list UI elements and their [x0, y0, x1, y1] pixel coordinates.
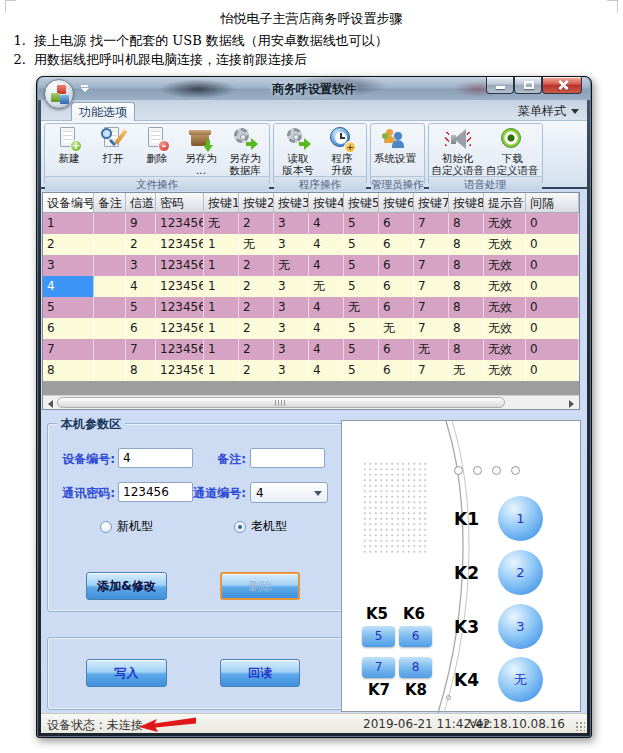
ribbon-button[interactable]: 程序升级 — [320, 125, 364, 176]
ribbon-button[interactable]: 系统设置 — [373, 125, 417, 176]
grid-cell[interactable]: 4 — [309, 213, 344, 234]
grid-cell[interactable]: 2 — [239, 255, 274, 276]
grid-cell[interactable]: 7 — [414, 318, 449, 339]
grid-cell[interactable]: 0 — [526, 213, 579, 234]
radio-new-model[interactable]: 新机型 — [100, 518, 153, 535]
grid-cell[interactable]: 2 — [239, 297, 274, 318]
grid-cell[interactable] — [94, 213, 126, 234]
grid-cell[interactable]: 123456 — [156, 297, 204, 318]
grid-cell[interactable]: 无效 — [484, 318, 526, 339]
grid-cell[interactable]: 4 — [309, 318, 344, 339]
device-no-input[interactable] — [118, 448, 193, 468]
ribbon-button[interactable]: 初始化自定义语音 — [431, 125, 486, 176]
grid-cell[interactable]: 6 — [379, 276, 414, 297]
app-menu-button[interactable] — [44, 79, 74, 109]
grid-cell[interactable]: 无效 — [484, 339, 526, 360]
grid-cell[interactable]: 5 — [43, 297, 94, 318]
grid-header-cell[interactable]: 信道 — [126, 193, 156, 213]
grid-cell[interactable]: 无效 — [484, 360, 526, 381]
grid-cell[interactable]: 2 — [126, 234, 156, 255]
ribbon-button[interactable]: 下载自定义语音 — [485, 125, 540, 176]
grid-cell[interactable]: 0 — [526, 234, 579, 255]
ribbon-button[interactable]: 新建 — [47, 125, 91, 176]
close-button[interactable] — [542, 77, 582, 94]
grid-cell[interactable]: 5 — [344, 276, 379, 297]
grid-cell[interactable]: 6 — [379, 360, 414, 381]
grid-cell[interactable]: 0 — [526, 318, 579, 339]
grid-cell[interactable]: 1 — [204, 276, 239, 297]
add-modify-button[interactable]: 添加&修改 — [86, 572, 167, 600]
grid-header-cell[interactable]: 设备编号 — [43, 193, 94, 213]
write-button[interactable]: 写入 — [86, 659, 167, 687]
radio-old-model[interactable]: 老机型 — [234, 518, 287, 535]
grid-cell[interactable]: 2 — [239, 360, 274, 381]
grid-header-cell[interactable]: 按键5 — [344, 193, 379, 213]
grid-cell[interactable]: 3 — [274, 276, 309, 297]
grid-cell[interactable]: 4 — [309, 360, 344, 381]
grid-cell[interactable]: 无 — [204, 213, 239, 234]
grid-header-cell[interactable]: 备注 — [94, 193, 126, 213]
grid-cell[interactable]: 7 — [414, 213, 449, 234]
grid-cell[interactable]: 3 — [274, 297, 309, 318]
grid-cell[interactable]: 123456 — [156, 255, 204, 276]
grid-cell[interactable]: 5 — [344, 360, 379, 381]
ribbon-button[interactable]: 另存为数据库 — [223, 125, 267, 176]
grid-cell[interactable]: 3 — [274, 213, 309, 234]
ribbon-button[interactable]: 另存为... — [179, 125, 223, 176]
grid-cell[interactable]: 4 — [43, 276, 94, 297]
grid-cell[interactable]: 7 — [414, 360, 449, 381]
ribbon-button[interactable]: 读取版本号 — [276, 125, 320, 176]
grid-cell[interactable]: 123456 — [156, 234, 204, 255]
grid-cell[interactable]: 8 — [449, 297, 484, 318]
grid-cell[interactable]: 无效 — [484, 234, 526, 255]
grid-cell[interactable]: 2 — [239, 213, 274, 234]
grid-cell[interactable]: 3 — [274, 339, 309, 360]
grid-header-cell[interactable]: 按键4 — [309, 193, 344, 213]
grid-cell[interactable]: 无 — [414, 339, 449, 360]
grid-cell[interactable]: 2 — [239, 276, 274, 297]
grid-header-cell[interactable]: 按键8 — [449, 193, 484, 213]
radio-circle[interactable] — [100, 521, 112, 533]
grid-cell[interactable]: 5 — [344, 234, 379, 255]
grid-cell[interactable]: 1 — [204, 339, 239, 360]
grid-cell[interactable]: 6 — [379, 297, 414, 318]
grid-header-cell[interactable]: 按键2 — [239, 193, 274, 213]
grid-header-cell[interactable]: 间隔 — [526, 193, 579, 213]
grid-cell[interactable]: 无 — [239, 234, 274, 255]
title-bar[interactable]: 商务呼设置软件 — [38, 77, 590, 100]
grid-cell[interactable] — [94, 339, 126, 360]
resize-grip[interactable] — [575, 721, 585, 731]
tab-function-options[interactable]: 功能选项 — [71, 102, 135, 121]
grid-cell[interactable]: 4 — [126, 276, 156, 297]
grid-cell[interactable]: 6 — [126, 318, 156, 339]
grid-cell[interactable]: 无 — [274, 255, 309, 276]
grid-cell[interactable]: 3 — [43, 255, 94, 276]
grid-cell[interactable]: 2 — [239, 339, 274, 360]
grid-cell[interactable]: 0 — [526, 297, 579, 318]
grid-cell[interactable] — [94, 318, 126, 339]
grid-cell[interactable]: 4 — [309, 339, 344, 360]
grid-cell[interactable]: 无 — [344, 297, 379, 318]
grid-header-cell[interactable]: 提示音 — [484, 193, 526, 213]
grid-cell[interactable]: 2 — [43, 234, 94, 255]
delete-button[interactable]: 删除 — [220, 572, 300, 600]
scroll-right-arrow[interactable] — [564, 396, 579, 409]
menu-style-dropdown[interactable]: 菜单样式 — [518, 103, 579, 120]
grid-cell[interactable]: 5 — [344, 255, 379, 276]
read-back-button[interactable]: 回读 — [220, 659, 300, 687]
grid-cell[interactable] — [94, 297, 126, 318]
grid-cell[interactable]: 1 — [204, 234, 239, 255]
grid-cell[interactable]: 0 — [526, 360, 579, 381]
grid-cell[interactable]: 123456 — [156, 213, 204, 234]
grid-cell[interactable] — [94, 276, 126, 297]
grid-cell[interactable]: 0 — [526, 255, 579, 276]
note-input[interactable] — [250, 448, 325, 468]
grid-cell[interactable]: 8 — [449, 234, 484, 255]
grid-cell[interactable]: 4 — [309, 297, 344, 318]
grid-cell[interactable]: 无效 — [484, 297, 526, 318]
grid-cell[interactable]: 4 — [309, 234, 344, 255]
grid-cell[interactable]: 7 — [126, 339, 156, 360]
grid-cell[interactable]: 123456 — [156, 360, 204, 381]
grid-cell[interactable]: 无 — [379, 318, 414, 339]
grid-cell[interactable]: 0 — [526, 276, 579, 297]
